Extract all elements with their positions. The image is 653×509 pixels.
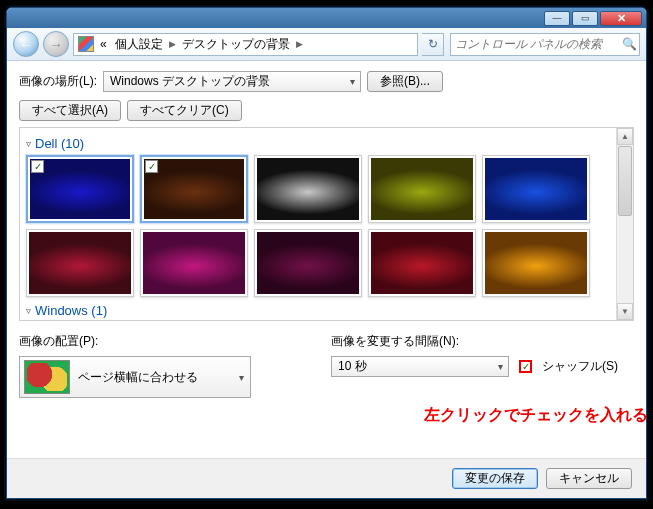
minimize-button[interactable]: —: [544, 11, 570, 26]
wallpaper-thumb[interactable]: [140, 229, 248, 297]
chevron-right-icon: ▶: [296, 39, 303, 49]
save-button[interactable]: 変更の保存: [452, 468, 538, 489]
scroll-up-button[interactable]: ▲: [617, 128, 633, 145]
wallpaper-thumb[interactable]: [254, 229, 362, 297]
content-area: 画像の場所(L): Windows デスクトップの背景 参照(B)... すべて…: [7, 61, 646, 458]
group-header[interactable]: Windows (1): [26, 303, 610, 318]
breadcrumb[interactable]: 個人設定: [113, 36, 165, 53]
shuffle-label: シャッフル(S): [542, 358, 618, 375]
breadcrumb-prefix: «: [98, 37, 109, 51]
shuffle-checkbox[interactable]: ✓: [519, 360, 532, 373]
back-button[interactable]: ←: [13, 31, 39, 57]
browse-button[interactable]: 参照(B)...: [367, 71, 443, 92]
close-button[interactable]: ✕: [600, 11, 642, 26]
interval-label: 画像を変更する間隔(N):: [331, 333, 618, 350]
wallpaper-thumb[interactable]: [482, 229, 590, 297]
desktop-background-window: — ▭ ✕ ← → « 個人設定 ▶ デスクトップの背景 ▶ ↻ 🔍 画像の場所…: [6, 7, 647, 499]
search-box[interactable]: 🔍: [450, 33, 640, 56]
address-bar[interactable]: « 個人設定 ▶ デスクトップの背景 ▶: [73, 33, 418, 56]
position-combo[interactable]: ページ横幅に合わせる: [19, 356, 251, 398]
forward-button: →: [43, 31, 69, 57]
position-label: 画像の配置(P):: [19, 333, 251, 350]
search-input[interactable]: [451, 37, 619, 51]
wallpaper-thumb[interactable]: ✓: [140, 155, 248, 223]
thumb-checkbox[interactable]: ✓: [145, 160, 158, 173]
wallpaper-thumb[interactable]: [368, 229, 476, 297]
interval-combo[interactable]: 10 秒: [331, 356, 509, 377]
position-preview-icon: [24, 360, 70, 394]
control-panel-icon: [78, 36, 94, 52]
wallpaper-thumb[interactable]: [368, 155, 476, 223]
select-all-button[interactable]: すべて選択(A): [19, 100, 121, 121]
breadcrumb[interactable]: デスクトップの背景: [180, 36, 292, 53]
chevron-right-icon: ▶: [169, 39, 176, 49]
group-header[interactable]: Dell (10): [26, 136, 610, 151]
refresh-button[interactable]: ↻: [422, 33, 444, 56]
scrollbar[interactable]: ▲ ▼: [616, 128, 633, 320]
wallpaper-thumb[interactable]: [26, 229, 134, 297]
scroll-down-button[interactable]: ▼: [617, 303, 633, 320]
location-label: 画像の場所(L):: [19, 73, 97, 90]
search-icon[interactable]: 🔍: [619, 37, 639, 51]
wallpaper-list: Dell (10)✓✓Windows (1) ▲ ▼: [19, 127, 634, 321]
maximize-button[interactable]: ▭: [572, 11, 598, 26]
thumb-checkbox[interactable]: ✓: [31, 160, 44, 173]
wallpaper-thumb[interactable]: [254, 155, 362, 223]
wallpaper-thumb[interactable]: ✓: [26, 155, 134, 223]
footer: 変更の保存 キャンセル: [7, 458, 646, 498]
scroll-thumb[interactable]: [618, 146, 632, 216]
titlebar[interactable]: — ▭ ✕: [7, 8, 646, 28]
navbar: ← → « 個人設定 ▶ デスクトップの背景 ▶ ↻ 🔍: [7, 28, 646, 61]
clear-all-button[interactable]: すべてクリア(C): [127, 100, 242, 121]
wallpaper-thumb[interactable]: [482, 155, 590, 223]
location-combo[interactable]: Windows デスクトップの背景: [103, 71, 361, 92]
cancel-button[interactable]: キャンセル: [546, 468, 632, 489]
